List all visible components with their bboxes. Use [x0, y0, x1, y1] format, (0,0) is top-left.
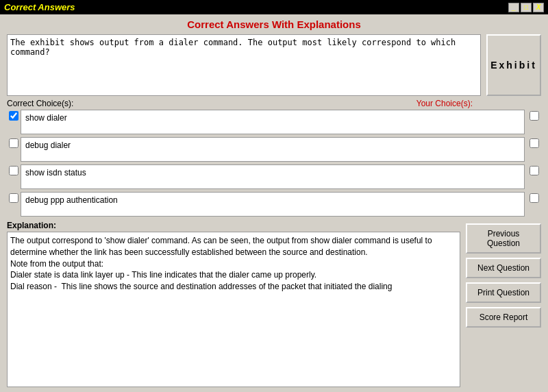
your-check-4[interactable]: [530, 193, 539, 203]
correct-check-3[interactable]: [9, 166, 18, 175]
explanation-box: The output correspond to 'show dialer' c…: [7, 232, 460, 387]
your-check-2[interactable]: [530, 138, 539, 148]
title-bar: Correct Answers _ □ X: [0, 0, 548, 14]
minimize-button[interactable]: _: [508, 3, 519, 12]
maximize-button[interactable]: □: [521, 3, 532, 12]
your-check-3[interactable]: [530, 166, 539, 175]
main-content: Correct Answers With Explanations Exhibi…: [0, 14, 548, 391]
correct-checkbox-1[interactable]: [7, 111, 21, 121]
your-label: Your Choice(s):: [416, 99, 473, 108]
exhibit-button[interactable]: Exhibit: [486, 34, 541, 96]
score-report-button[interactable]: Score Report: [466, 307, 541, 328]
your-checkbox-4[interactable]: [527, 193, 541, 203]
correct-check-1[interactable]: [9, 111, 18, 121]
answer-box-3: show isdn status: [21, 164, 525, 189]
explanation-label: Explanation:: [7, 221, 460, 230]
answer-box-1: show dialer: [21, 110, 525, 134]
your-checkbox-1[interactable]: [527, 111, 541, 121]
app-title: Correct Answers: [4, 2, 75, 12]
correct-check-2[interactable]: [9, 138, 18, 148]
print-question-button[interactable]: Print Question: [466, 282, 541, 303]
choice-labels: Correct Choice(s): Your Choice(s):: [7, 99, 541, 108]
top-section: Exhibit: [7, 34, 541, 96]
bottom-section: Explanation: The output correspond to 's…: [7, 221, 541, 387]
your-checkbox-3[interactable]: [527, 166, 541, 175]
correct-checkbox-4[interactable]: [7, 193, 21, 203]
correct-check-4[interactable]: [9, 193, 18, 203]
answer-row: show isdn status: [7, 164, 541, 189]
question-text[interactable]: [7, 34, 481, 96]
correct-label: Correct Choice(s):: [7, 99, 73, 108]
title-bar-controls[interactable]: _ □ X: [508, 3, 544, 12]
correct-checkbox-2[interactable]: [7, 138, 21, 148]
next-question-button[interactable]: Next Question: [466, 258, 541, 278]
answers-section: show dialer debug dialer show is: [7, 110, 541, 219]
correct-checkbox-3[interactable]: [7, 166, 21, 175]
page-title: Correct Answers With Explanations: [7, 19, 541, 30]
your-checkbox-2[interactable]: [527, 138, 541, 148]
previous-question-button[interactable]: Previous Question: [466, 223, 541, 254]
answer-row: show dialer: [7, 110, 541, 134]
answer-box-2: debug dialer: [21, 137, 525, 162]
right-buttons: Previous Question Next Question Print Qu…: [466, 221, 541, 387]
answer-row: debug dialer: [7, 137, 541, 162]
answer-box-4: debug ppp authentication: [21, 192, 525, 217]
explanation-section: Explanation: The output correspond to 's…: [7, 221, 460, 387]
your-check-1[interactable]: [530, 111, 539, 121]
close-button[interactable]: X: [533, 3, 544, 12]
answer-row: debug ppp authentication: [7, 192, 541, 217]
